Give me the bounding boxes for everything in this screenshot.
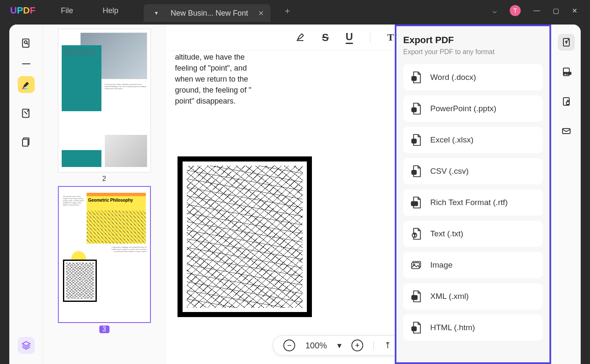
svg-rect-3 <box>22 88 30 89</box>
export-option-xml[interactable]: </>XML (.xml) <box>403 283 543 309</box>
close-window-icon[interactable]: ✕ <box>572 7 577 15</box>
export-panel: Export PDF Export your PDF to any format… <box>395 25 551 364</box>
underline-icon[interactable]: U <box>346 31 353 44</box>
tab-title: New Busin... New Font <box>171 9 248 18</box>
highlight-tool-icon[interactable] <box>18 76 35 93</box>
edit-tool-icon[interactable] <box>18 105 35 122</box>
app-window: The precise model describes through the … <box>9 25 581 364</box>
thumbnail-3[interactable]: The specific point of the image can be e… <box>52 186 157 333</box>
svg-rect-33 <box>566 102 569 104</box>
search-tool-icon[interactable] <box>18 35 35 52</box>
right-tool-strip: PDF/A <box>551 25 581 364</box>
svg-text:P: P <box>413 108 415 112</box>
export-option-word[interactable]: WWord (.docx) <box>403 64 543 90</box>
layers-icon[interactable] <box>18 337 35 354</box>
export-option-label: Excel (.xlsx) <box>430 135 535 145</box>
export-option-txt[interactable]: TText (.txt) <box>403 221 543 247</box>
lock-pdf-icon[interactable] <box>558 93 575 110</box>
zoom-level[interactable]: 100% <box>305 341 327 350</box>
svg-text:T: T <box>414 233 416 237</box>
separator <box>370 33 370 43</box>
export-option-excel[interactable]: XExcel (.xlsx) <box>403 127 543 153</box>
svg-text:RTF: RTF <box>412 202 417 205</box>
first-page-icon[interactable]: ⤒ <box>384 340 391 350</box>
thumb-3-title: Geometric Philosophy <box>87 196 146 204</box>
pages-tool-icon[interactable] <box>18 134 35 151</box>
export-option-rtf[interactable]: RTFRich Text Format (.rtf) <box>403 189 543 216</box>
menu-file[interactable]: File <box>61 6 73 15</box>
chevron-down-icon[interactable]: ⌵ <box>492 6 497 15</box>
separator <box>374 341 374 350</box>
export-subtitle: Export your PDF to any format <box>403 48 543 56</box>
window-controls: ⌵ T — ▢ ✕ <box>492 5 577 16</box>
separator <box>22 63 30 64</box>
svg-text:W: W <box>412 77 416 80</box>
svg-text:</>: </> <box>412 296 416 299</box>
zoom-out-icon[interactable]: − <box>283 339 295 351</box>
export-title: Export PDF <box>403 35 543 46</box>
strikethrough-icon[interactable]: S <box>322 32 329 44</box>
add-tab-icon[interactable]: ＋ <box>283 5 292 16</box>
main-area: S U T T altitude, we have the feeling of… <box>166 25 551 364</box>
export-option-csv[interactable]: CCSV (.csv) <box>403 158 543 184</box>
zoom-in-icon[interactable]: + <box>352 339 363 351</box>
avatar[interactable]: T <box>510 5 521 16</box>
export-option-label: Image <box>430 260 535 270</box>
app-logo: UPDF <box>10 5 36 16</box>
export-option-label: PowerPoint (.pptx) <box>430 104 535 113</box>
body-text: altitude, we have the feeling of "point"… <box>175 52 259 107</box>
svg-text:X: X <box>413 139 415 143</box>
export-option-label: Rich Text Format (.rtf) <box>430 198 535 207</box>
geometric-image <box>178 156 312 317</box>
menu-bar: File Help <box>61 6 118 15</box>
export-option-label: HTML (.htm) <box>430 323 535 332</box>
export-option-html[interactable]: HHTML (.htm) <box>403 315 543 341</box>
thumbnail-2[interactable]: The precise model describes through the … <box>52 29 157 183</box>
text-icon[interactable]: T <box>387 32 394 43</box>
tab-caret-icon[interactable]: ▼ <box>154 10 159 16</box>
svg-rect-6 <box>22 140 28 146</box>
document-tab[interactable]: ▼ New Busin... New Font ✕ <box>144 4 270 22</box>
thumbnail-panel: The precise model describes through the … <box>43 25 166 364</box>
minimize-icon[interactable]: — <box>533 7 540 14</box>
thumb-2-label: 2 <box>52 175 157 183</box>
zoom-dropdown-icon[interactable]: ▾ <box>337 340 341 350</box>
title-bar: UPDF File Help ▼ New Busin... New Font ✕… <box>0 0 590 21</box>
svg-line-2 <box>27 43 28 44</box>
highlighter-icon[interactable] <box>295 31 305 44</box>
export-option-label: CSV (.csv) <box>430 167 535 176</box>
export-option-label: XML (.xml) <box>430 292 535 301</box>
svg-text:PDF/A: PDF/A <box>564 72 571 75</box>
export-option-img[interactable]: Image <box>403 252 543 278</box>
export-option-label: Word (.docx) <box>430 73 535 82</box>
pdfa-icon[interactable]: PDF/A <box>558 63 575 80</box>
svg-text:C: C <box>412 171 415 174</box>
export-pdf-icon[interactable] <box>558 34 575 51</box>
close-icon[interactable]: ✕ <box>258 9 264 17</box>
thumb-3-label: 3 <box>99 326 109 333</box>
maximize-icon[interactable]: ▢ <box>553 7 559 15</box>
export-option-label: Text (.txt) <box>430 229 535 238</box>
export-option-ppt[interactable]: PPowerPoint (.pptx) <box>403 96 543 122</box>
svg-text:H: H <box>412 327 415 331</box>
mail-icon[interactable] <box>558 123 575 140</box>
menu-help[interactable]: Help <box>103 6 118 15</box>
left-tool-strip <box>9 25 43 364</box>
